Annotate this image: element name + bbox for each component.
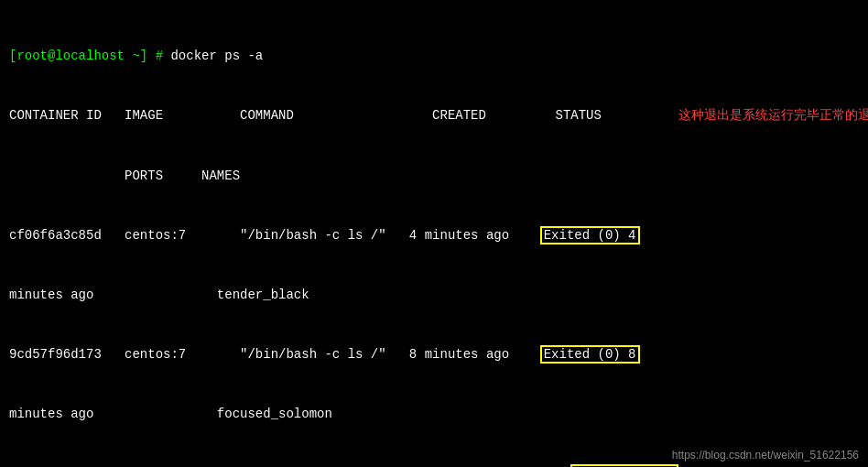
command-1: docker ps -a [170, 49, 263, 63]
line-cmd1: [root@localhost ~] # docker ps -a [9, 47, 859, 67]
row2-names: minutes ago focused_solomon [9, 407, 332, 421]
prompt-1: [root@localhost ~] # [9, 49, 170, 63]
row1-names: minutes ago tender_black [9, 288, 309, 302]
terminal: [root@localhost ~] # docker ps -a CONTAI… [0, 0, 868, 467]
annotation-normal-exit: 这种退出是系统运行完毕正常的退出 [602, 108, 868, 123]
row2-data: 9cd57f96d173 centos:7 "/bin/bash -c ls /… [9, 347, 540, 362]
line-header1a: CONTAINER ID IMAGE COMMAND CREATED STATU… [9, 106, 859, 126]
row1-data: cf06f6a3c85d centos:7 "/bin/bash -c ls /… [9, 228, 540, 243]
header-ports-names: PORTS NAMES [9, 168, 240, 183]
status-exited-0-4: Exited (0) 4 [540, 226, 640, 244]
line-row1a: cf06f6a3c85d centos:7 "/bin/bash -c ls /… [9, 226, 859, 246]
status-exited-0-8: Exited (0) 8 [540, 345, 640, 364]
line-row1b: minutes ago tender_black [9, 286, 859, 306]
line-header1b: PORTS NAMES [9, 167, 859, 187]
line-row2a: 9cd57f96d173 centos:7 "/bin/bash -c ls /… [9, 345, 859, 365]
watermark: https://blog.csdn.net/weixin_51622156 [672, 449, 859, 462]
header-col-white: CONTAINER ID IMAGE COMMAND CREATED STATU… [9, 108, 602, 123]
line-row2b: minutes ago focused_solomon [9, 405, 859, 425]
